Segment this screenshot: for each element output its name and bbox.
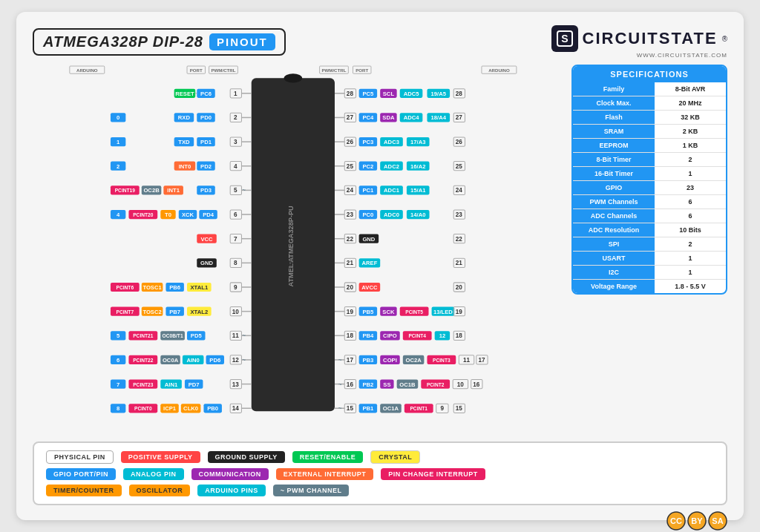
svg-text:1: 1 [234,91,238,97]
specs-value: 23 [655,181,726,194]
svg-text:26: 26 [456,139,463,145]
svg-text:OC2B: OC2B [143,187,160,194]
svg-text:PB7: PB7 [169,309,180,315]
svg-text:10: 10 [232,309,240,315]
svg-text:16/A2: 16/A2 [410,163,425,170]
specs-row: Clock Max. 20 MHz [573,96,726,111]
svg-text:OC1B: OC1B [399,381,416,388]
svg-text:13: 13 [232,381,240,388]
svg-text:19: 19 [456,309,463,315]
svg-text:XTAL2: XTAL2 [191,309,209,315]
svg-text:T0: T0 [165,211,171,218]
svg-text:9: 9 [234,284,238,291]
svg-text:23: 23 [456,211,463,218]
logo-text: S CIRCUITSTATE ® [551,25,727,52]
specs-row: EEPROM 1 KB [573,139,726,153]
svg-text:4: 4 [117,211,120,218]
legend-extint-label: EXTERNAL INTERRUPT [276,468,373,480]
legend-analog: ANALOG PIN [123,468,184,480]
svg-text:19: 19 [347,309,354,315]
svg-text:5: 5 [117,332,120,339]
specs-row: 16-Bit Timer 1 [573,167,726,181]
legend-row-3: TIMER/COUNTER OSCILLATOR ARDUINO PINS ~ … [46,485,714,496]
svg-text:TXD: TXD [178,139,190,145]
svg-point-14 [284,73,302,82]
legend-ground-supply: GROUND SUPPLY [208,451,285,463]
svg-text:24: 24 [347,187,354,194]
specs-value: 32 KB [655,111,726,124]
specs-label: GPIO [573,181,655,194]
specs-value: 10 Bits [655,223,726,237]
svg-text:COPI: COPI [383,357,397,364]
legend-osc-label: OSCILLATOR [129,485,191,496]
specs-row: Family 8-Bit AVR [573,82,726,96]
svg-text:16: 16 [473,381,480,388]
svg-text:12: 12 [232,357,240,364]
svg-text:PWM/CTRL: PWM/CTRL [212,68,236,73]
svg-text:22: 22 [456,236,463,243]
svg-text:OC0B/T1: OC0B/T1 [163,333,183,338]
svg-text:~: ~ [242,332,246,339]
svg-text:PCINT6: PCINT6 [117,285,134,290]
svg-text:TOSC1: TOSC1 [142,284,162,291]
svg-text:~: ~ [242,187,246,194]
content-area: ARDUINO PORT PWM/CTRL PWM/CTRL PORT ARDU… [33,65,727,436]
svg-text:8: 8 [234,260,238,266]
svg-text:24: 24 [456,187,463,194]
svg-text:PD3: PD3 [200,187,212,194]
svg-text:OC2A: OC2A [405,357,422,364]
svg-text:PWM/CTRL: PWM/CTRL [321,68,346,73]
pinout-svg: ARDUINO PORT PWM/CTRL PWM/CTRL PORT ARDU… [33,65,564,436]
svg-text:18: 18 [456,332,463,339]
legend-reset-enable: RESET/ENABLE [292,451,364,463]
svg-text:17/A3: 17/A3 [410,139,425,145]
legend-pinchange-label: PIN CHANGE INTERRUPT [381,468,485,480]
pinout-label: PINOUT [209,33,275,50]
svg-text:26: 26 [347,139,354,145]
svg-text:SS: SS [383,381,390,388]
logo-icon: S [551,25,578,52]
svg-text:CLK0: CLK0 [183,405,198,412]
svg-text:17: 17 [347,357,354,364]
svg-text:PD1: PD1 [200,139,212,145]
legend-timer-label: TIMER/COUNTER [46,485,122,496]
specs-label: USART [573,252,655,265]
specs-row: SPI 2 [573,237,726,252]
by-icon: BY [687,511,707,531]
specs-row: I2C 1 [573,266,726,280]
header: ATMEGA328P DIP-28 PINOUT S CIRCUITSTATE … [33,25,727,59]
svg-text:ADC4: ADC4 [404,114,420,121]
legend-crystal: CRYSTAL [370,450,420,464]
svg-text:6: 6 [117,357,119,364]
specs-label: I2C [573,266,655,279]
specs-panel: SPECIFICATIONS Family 8-Bit AVR Clock Ma… [571,65,727,295]
svg-text:0: 0 [117,114,119,121]
svg-text:15: 15 [456,405,463,412]
svg-text:PCINT3: PCINT3 [433,358,451,363]
svg-text:PD0: PD0 [200,114,212,121]
svg-text:INT1: INT1 [167,187,180,194]
svg-text:28: 28 [347,91,354,97]
svg-text:SDA: SDA [382,114,395,121]
specs-value: 1 KB [655,139,726,152]
svg-text:13/LED: 13/LED [433,309,453,315]
svg-text:PCINT1: PCINT1 [410,406,428,411]
specs-label: PWM Channels [573,195,655,208]
specs-label: EEPROM [573,139,655,152]
svg-text:OC0A: OC0A [163,357,179,364]
specs-row: USART 1 [573,252,726,266]
specs-rows-container: Family 8-Bit AVR Clock Max. 20 MHz Flash… [573,82,726,293]
legend-pwm-label: ~ PWM CHANNEL [273,485,350,496]
specs-value: 1 [655,167,726,180]
svg-text:18: 18 [347,332,354,339]
svg-text:PCINT21: PCINT21 [133,333,154,338]
legend-crystal-label: CRYSTAL [370,450,420,464]
svg-text:8: 8 [117,405,120,412]
legend-comm-label: COMMUNICATION [191,468,269,480]
title-box: ATMEGA328P DIP-28 PINOUT [33,28,286,56]
svg-text:XCK: XCK [182,211,194,218]
svg-text:AIN1: AIN1 [165,381,178,388]
legend-physical: PHYSICAL PIN [46,450,114,464]
svg-text:14/A0: 14/A0 [410,211,425,218]
specs-row: ADC Resolution 10 Bits [573,223,726,237]
